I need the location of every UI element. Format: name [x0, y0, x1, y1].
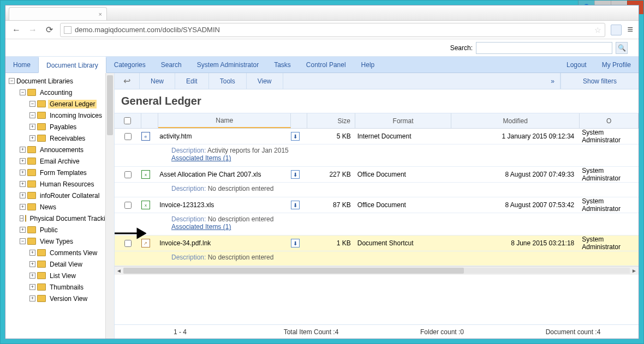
- tree-toggle[interactable]: +: [29, 261, 35, 267]
- tree-label[interactable]: Form Templates: [38, 168, 88, 177]
- tree-node-thumbnails[interactable]: +Thumbnails: [7, 281, 114, 293]
- tree-toggle[interactable]: +: [29, 284, 35, 290]
- toolbar-new[interactable]: New: [140, 73, 175, 89]
- hamburger-icon[interactable]: ≡: [627, 24, 633, 35]
- tree-toggle[interactable]: −: [20, 238, 26, 244]
- back-icon[interactable]: ↩: [115, 73, 140, 89]
- tree-toggle[interactable]: −: [29, 112, 35, 118]
- tree-label[interactable]: Incoming Invoices: [48, 111, 104, 120]
- search-button[interactable]: 🔍: [616, 42, 628, 54]
- tree-node-version-view[interactable]: +Version View: [7, 293, 114, 304]
- row-checkbox[interactable]: [124, 133, 132, 140]
- tree-node-physical-document-tracking[interactable]: −Physical Document Tracking: [7, 213, 114, 224]
- url-input[interactable]: demo.magiqdocument.com/doclib/SYSADMIN ☆: [60, 23, 605, 37]
- toolbar-edit[interactable]: Edit: [175, 73, 209, 89]
- search-input[interactable]: [476, 42, 612, 54]
- tree-toggle[interactable]: +: [20, 147, 26, 153]
- tree-node-receivables[interactable]: +Receivables: [7, 132, 114, 144]
- tree-label[interactable]: List View: [48, 271, 77, 280]
- download-icon[interactable]: ⬇: [291, 170, 300, 179]
- tree-label[interactable]: Human Resources: [38, 180, 96, 189]
- close-tab-icon[interactable]: ×: [99, 11, 102, 17]
- tree-label[interactable]: Detail View: [48, 260, 84, 269]
- tree-node-list-view[interactable]: +List View: [7, 270, 114, 281]
- tree-label[interactable]: Physical Document Tracking: [28, 214, 114, 223]
- row-checkbox[interactable]: [124, 240, 132, 247]
- tab-help[interactable]: Help: [354, 57, 383, 73]
- tab-document-library[interactable]: Document Library: [38, 57, 106, 73]
- col-name[interactable]: Name: [158, 113, 291, 128]
- tab-search[interactable]: Search: [153, 57, 189, 73]
- tab-system-administrator[interactable]: System Administrator: [189, 57, 266, 73]
- back-button[interactable]: ←: [11, 25, 22, 35]
- file-name[interactable]: Asset Allocation Pie Chart 2007.xls: [158, 171, 291, 178]
- tree-toggle[interactable]: +: [29, 135, 35, 141]
- tree-label[interactable]: Accounting: [38, 88, 74, 97]
- table-row[interactable]: eactivity.htm⬇5 KBInternet Document1 Jan…: [115, 129, 639, 144]
- table-row[interactable]: xAsset Allocation Pie Chart 2007.xls⬇227…: [115, 167, 639, 183]
- tree-node-view-types[interactable]: −View Types: [7, 236, 114, 247]
- tree-label[interactable]: Version View: [48, 294, 89, 303]
- tab-control-panel[interactable]: Control Panel: [299, 57, 354, 73]
- row-checkbox[interactable]: [124, 171, 132, 178]
- table-row[interactable]: xInvoice-123123.xls⬇87 KBOffice Document…: [115, 197, 639, 213]
- col-modified[interactable]: Modified: [451, 113, 580, 128]
- toolbar-tools[interactable]: Tools: [209, 73, 247, 89]
- tree-node-form-templates[interactable]: +Form Templates: [7, 167, 114, 178]
- tree-node-incoming-invoices[interactable]: −Incoming Invoices: [7, 110, 114, 121]
- tree-toggle[interactable]: +: [20, 227, 26, 233]
- row-checkbox[interactable]: [124, 202, 132, 209]
- tree-toggle[interactable]: +: [20, 158, 26, 164]
- download-icon[interactable]: ⬇: [291, 239, 300, 248]
- tree-label[interactable]: Comments View: [48, 249, 99, 257]
- toolbar-view[interactable]: View: [247, 73, 283, 89]
- tree-node-payables[interactable]: +Payables: [7, 121, 114, 132]
- bookmark-icon[interactable]: ☆: [594, 26, 601, 34]
- tree-label[interactable]: Public: [38, 226, 59, 234]
- download-icon[interactable]: ⬇: [291, 132, 300, 141]
- tab-categories[interactable]: Categories: [106, 57, 153, 73]
- grid-hscrollbar[interactable]: ◄►: [115, 266, 639, 275]
- tree-toggle[interactable]: +: [29, 273, 35, 279]
- tree-node-public[interactable]: +Public: [7, 224, 114, 236]
- tree-toggle[interactable]: −: [9, 78, 15, 84]
- download-icon[interactable]: ⬇: [291, 201, 300, 209]
- col-checkbox[interactable]: [115, 113, 141, 128]
- tab-home[interactable]: Home: [5, 57, 38, 73]
- table-row[interactable]: ↗Invoice-34.pdf.lnk⬇1 KBDocument Shortcu…: [115, 236, 639, 251]
- file-name[interactable]: Invoice-34.pdf.lnk: [158, 239, 291, 247]
- col-format[interactable]: Format: [355, 113, 451, 128]
- toolbar-more-icon[interactable]: »: [545, 73, 560, 89]
- tree-toggle[interactable]: −: [29, 101, 35, 107]
- sidebar-scrollbar[interactable]: [105, 73, 114, 339]
- nav-my-profile[interactable]: My Profile: [594, 57, 639, 73]
- col-size[interactable]: Size: [307, 113, 355, 128]
- file-name[interactable]: activity.htm: [158, 132, 291, 140]
- tree-toggle[interactable]: −: [20, 215, 23, 221]
- browser-tab[interactable]: ×: [9, 7, 107, 20]
- tree-node-human-resources[interactable]: +Human Resources: [7, 178, 114, 190]
- tree-label[interactable]: Email Archive: [38, 157, 81, 166]
- show-filters-button[interactable]: Show filters: [560, 73, 639, 89]
- tree-node-detail-view[interactable]: +Detail View: [7, 258, 114, 270]
- tree-node-annoucements[interactable]: +Annoucements: [7, 144, 114, 155]
- col-owner[interactable]: O: [580, 113, 639, 128]
- tree-label[interactable]: News: [38, 203, 58, 212]
- tree-node-accounting[interactable]: −Accounting: [7, 87, 114, 98]
- tab-tasks[interactable]: Tasks: [266, 57, 299, 73]
- file-name[interactable]: Invoice-123123.xls: [158, 201, 291, 209]
- forward-button[interactable]: →: [27, 25, 38, 35]
- tree-node-email-archive[interactable]: +Email Archive: [7, 155, 114, 167]
- nav-logout[interactable]: Logout: [559, 57, 594, 73]
- tree-node-news[interactable]: +News: [7, 201, 114, 213]
- tree-toggle[interactable]: −: [20, 89, 26, 95]
- tree-toggle[interactable]: +: [29, 250, 35, 256]
- tree-node-inforouter-collateral[interactable]: +infoRouter Collateral: [7, 190, 114, 201]
- tree-label[interactable]: Annoucements: [38, 146, 85, 154]
- compat-button[interactable]: [611, 25, 622, 35]
- tree-label[interactable]: Receivables: [48, 134, 87, 143]
- tree-toggle[interactable]: +: [20, 170, 26, 176]
- tree-label[interactable]: View Types: [38, 237, 75, 246]
- tree-toggle[interactable]: +: [20, 204, 26, 210]
- reload-button[interactable]: ⟳: [44, 25, 55, 35]
